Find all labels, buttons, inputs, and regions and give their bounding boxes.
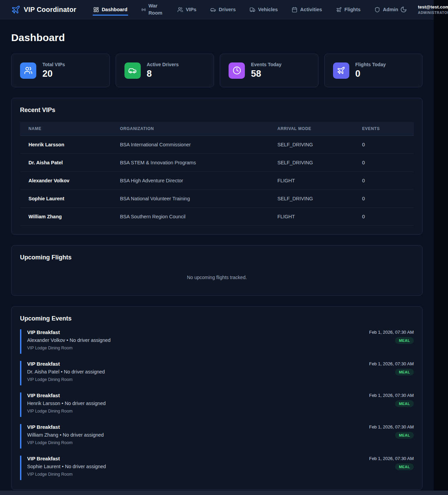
car-icon xyxy=(124,62,141,79)
meal-badge: MEAL xyxy=(395,369,414,375)
vip-events-count: 0 xyxy=(357,208,414,226)
stat-value: 20 xyxy=(42,69,65,79)
bottom-scrollbar-track[interactable] xyxy=(0,491,448,495)
nav-item-label: War Room xyxy=(149,2,163,17)
nav-item-admin[interactable]: Admin xyxy=(374,7,398,13)
nav-item-drivers[interactable]: Drivers xyxy=(210,7,236,13)
main-content: Dashboard Total VIPs 20 Active Drivers 8 xyxy=(0,32,434,490)
column-header-events: EVENTS xyxy=(357,122,414,136)
nav-item-label: Flights xyxy=(345,7,361,12)
table-row: Henrik Larsson BSA International Commiss… xyxy=(20,136,414,154)
nav-item-vehicles[interactable]: Vehicles xyxy=(250,7,278,13)
event-datetime: Feb 1, 2026, 07:30 AM xyxy=(369,330,414,335)
plane-icon xyxy=(336,7,342,13)
page-title: Dashboard xyxy=(11,32,423,43)
nav-item-label: Vehicles xyxy=(258,7,278,12)
vip-arrival-mode: FLIGHT xyxy=(272,172,357,190)
vip-arrival-mode: SELF_DRIVING xyxy=(272,154,357,172)
meal-badge: MEAL xyxy=(395,400,414,407)
nav-item-label: Activities xyxy=(300,7,322,12)
brand-title: VIP Coordinator xyxy=(24,6,76,14)
meal-badge: MEAL xyxy=(395,432,414,439)
table-row: Dr. Aisha Patel BSA STEM & Innovation Pr… xyxy=(20,154,414,172)
user-email: test@test.com xyxy=(418,4,448,10)
event-subtitle: Dr. Aisha Patel • No driver assigned xyxy=(27,369,105,374)
nav-item-label: Admin xyxy=(383,7,398,12)
vip-arrival-mode: SELF_DRIVING xyxy=(272,136,357,154)
event-list-item: VIP Breakfast Henrik Larsson • No driver… xyxy=(20,392,414,417)
column-header-arrival-mode: ARRIVAL MODE xyxy=(272,122,357,136)
event-title: VIP Breakfast xyxy=(27,456,106,461)
event-list-item: VIP Breakfast Alexander Volkov • No driv… xyxy=(20,329,414,354)
nav-item-label: Drivers xyxy=(219,7,236,12)
upcoming-flights-section: Upcoming Flights No upcoming flights tra… xyxy=(11,245,423,296)
stat-label: Active Drivers xyxy=(147,62,179,67)
vip-events-count: 0 xyxy=(357,190,414,208)
stat-label: Flights Today xyxy=(355,62,386,67)
shield-icon xyxy=(374,7,380,13)
table-row: Sophie Laurent BSA National Volunteer Tr… xyxy=(20,190,414,208)
vip-name: Henrik Larsson xyxy=(20,136,115,154)
event-title: VIP Breakfast xyxy=(27,329,111,335)
event-title: VIP Breakfast xyxy=(27,361,105,367)
column-header-name: NAME xyxy=(20,122,115,136)
nav-item-activities[interactable]: Activities xyxy=(292,7,322,13)
upcoming-flights-title: Upcoming Flights xyxy=(20,254,414,261)
upcoming-events-title: Upcoming Events xyxy=(20,315,414,322)
radio-icon xyxy=(141,7,146,12)
event-list-item: VIP Breakfast Sophie Laurent • No driver… xyxy=(20,456,414,480)
event-subtitle: Henrik Larsson • No driver assigned xyxy=(27,401,106,406)
clock-icon xyxy=(229,62,245,79)
stat-card-flights-today: Flights Today 0 xyxy=(324,54,423,87)
vip-arrival-mode: SELF_DRIVING xyxy=(272,190,357,208)
top-navbar: VIP Coordinator Dashboard War Room VIPs xyxy=(0,0,434,19)
users-icon xyxy=(20,62,36,79)
vip-organization: BSA National Volunteer Training xyxy=(115,190,272,208)
event-location: VIP Lodge Dining Room xyxy=(27,472,106,477)
user-info: test@test.com ADMINISTRATOR xyxy=(418,4,448,15)
stat-card-active-drivers: Active Drivers 8 xyxy=(116,54,214,87)
car-icon xyxy=(210,7,216,13)
meal-badge: MEAL xyxy=(395,337,414,344)
stat-value: 0 xyxy=(355,69,386,79)
nav-item-vips[interactable]: VIPs xyxy=(177,7,196,13)
truck-icon xyxy=(250,7,255,13)
vip-name: Alexander Volkov xyxy=(20,172,115,190)
empty-state-message: No upcoming flights tracked. xyxy=(20,275,414,280)
nav-item-flights[interactable]: Flights xyxy=(336,7,361,13)
vip-organization: BSA High Adventure Director xyxy=(115,172,272,190)
plane-icon xyxy=(11,5,20,14)
table-row: William Zhang BSA Southern Region Counci… xyxy=(20,208,414,226)
stat-label: Total VIPs xyxy=(42,62,65,67)
theme-toggle-button[interactable] xyxy=(399,5,408,14)
vip-name: William Zhang xyxy=(20,208,115,226)
brand: VIP Coordinator xyxy=(11,5,76,14)
vip-events-count: 0 xyxy=(357,136,414,154)
event-title: VIP Breakfast xyxy=(27,392,106,398)
recent-vips-title: Recent VIPs xyxy=(20,107,414,114)
event-location: VIP Lodge Dining Room xyxy=(27,377,105,382)
nav-item-war-room[interactable]: War Room xyxy=(141,2,163,17)
vip-name: Sophie Laurent xyxy=(20,190,115,208)
stats-row: Total VIPs 20 Active Drivers 8 Events xyxy=(11,54,423,87)
event-location: VIP Lodge Dining Room xyxy=(27,440,104,445)
nav-item-dashboard[interactable]: Dashboard xyxy=(93,7,128,13)
event-list-item: VIP Breakfast William Zhang • No driver … xyxy=(20,424,414,448)
event-datetime: Feb 1, 2026, 07:30 AM xyxy=(369,361,414,366)
vip-events-count: 0 xyxy=(357,172,414,190)
users-icon xyxy=(177,7,183,13)
table-header-row: NAME ORGANIZATION ARRIVAL MODE EVENTS xyxy=(20,122,414,136)
event-title: VIP Breakfast xyxy=(27,424,104,430)
recent-vips-table: NAME ORGANIZATION ARRIVAL MODE EVENTS He… xyxy=(20,122,414,226)
event-subtitle: Sophie Laurent • No driver assigned xyxy=(27,464,106,469)
main-nav: Dashboard War Room VIPs Drivers xyxy=(93,2,398,17)
calendar-icon xyxy=(292,7,297,13)
stat-card-events-today: Events Today 58 xyxy=(220,54,318,87)
vip-organization: BSA International Commissioner xyxy=(115,136,272,154)
recent-vips-section: Recent VIPs NAME ORGANIZATION ARRIVAL MO… xyxy=(11,98,423,235)
user-role-badge: ADMINISTRATOR xyxy=(418,11,448,15)
app-shell: VIP Coordinator Dashboard War Room VIPs xyxy=(0,0,434,491)
vip-arrival-mode: FLIGHT xyxy=(272,208,357,226)
vip-organization: BSA STEM & Innovation Programs xyxy=(115,154,272,172)
event-datetime: Feb 1, 2026, 07:30 AM xyxy=(369,456,414,461)
